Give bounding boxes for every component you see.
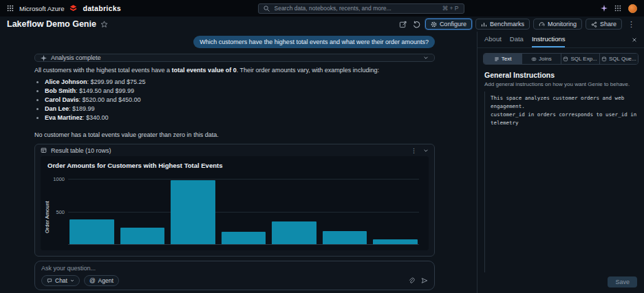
search-input[interactable] xyxy=(273,4,439,12)
answer-intro-prefix: All customers with the highest total eve… xyxy=(34,67,172,74)
y-tick-500: 500 xyxy=(56,209,65,215)
configure-tabs: About Data Instructions xyxy=(477,32,644,48)
brand-name[interactable]: databricks xyxy=(83,4,121,12)
sparkle-icon xyxy=(41,55,47,61)
topbar-right xyxy=(601,4,637,13)
customer-name: Alice Johnson xyxy=(45,78,87,85)
answer-bullet: Eva Martinez: $340.00 xyxy=(45,114,435,122)
result-table-panel: Result table (10 rows) ⋮ Order Amounts f… xyxy=(34,144,435,257)
tab-data[interactable]: Data xyxy=(510,32,524,47)
chart-bar xyxy=(373,239,418,244)
analysis-status-label: Analysis complete xyxy=(51,54,101,61)
ask-actions xyxy=(408,277,428,284)
segment-text[interactable]: Text xyxy=(484,54,522,64)
configure-button[interactable]: Configure xyxy=(425,19,472,30)
order-amounts: : $340.00 xyxy=(83,114,109,121)
database-icon xyxy=(601,56,607,62)
result-table-label: Result table (10 rows) xyxy=(51,147,111,154)
gear-icon xyxy=(431,21,437,28)
text-lines-icon xyxy=(494,56,500,62)
agent-button[interactable]: @ Agent xyxy=(84,275,119,286)
segment-joins[interactable]: Joins xyxy=(522,54,561,64)
result-kebab-icon[interactable]: ⋮ xyxy=(411,147,417,154)
conversation-pane: Which customers have the highest total e… xyxy=(0,32,477,293)
global-search[interactable]: ⌘ + P xyxy=(258,3,464,14)
attachment-paperclip-icon[interactable] xyxy=(408,277,415,284)
chart-plot-area: 1000 500 xyxy=(68,173,419,245)
user-question-bubble: Which customers have the highest total e… xyxy=(193,36,435,48)
segment-text-label: Text xyxy=(502,56,512,62)
order-amounts: : $149.50 and $99.99 xyxy=(76,87,134,94)
monitoring-button[interactable]: Monitoring xyxy=(533,19,582,30)
chevron-down-icon[interactable] xyxy=(423,55,429,61)
answer-bullet: Dan Lee: $189.99 xyxy=(45,105,435,113)
analysis-status-bar[interactable]: Analysis complete xyxy=(34,54,435,62)
chart-bar xyxy=(272,221,316,244)
databricks-logo-icon xyxy=(69,5,77,12)
page-header: Lakeflow Demo Genie Configure Benchmarks xyxy=(0,17,644,32)
header-actions: Configure Benchmarks Monitoring Share ⋮ xyxy=(398,19,637,30)
chart-bar xyxy=(120,228,165,244)
segment-joins-label: Joins xyxy=(539,56,552,62)
gridline xyxy=(68,179,419,180)
chat-mode-button[interactable]: Chat xyxy=(41,275,80,286)
table-icon xyxy=(41,147,47,153)
chat-mode-label: Chat xyxy=(55,277,67,284)
export-icon[interactable] xyxy=(398,19,408,30)
kebab-menu-icon[interactable]: ⋮ xyxy=(625,20,637,29)
assistant-sparkle-icon[interactable] xyxy=(601,5,608,12)
segment-sql-exp-label: SQL Exp... xyxy=(570,56,597,62)
ask-question-box[interactable]: Chat @ Agent xyxy=(34,261,435,290)
close-icon[interactable] xyxy=(632,37,637,43)
ask-question-input[interactable] xyxy=(41,265,428,272)
monitoring-gauge-icon xyxy=(539,21,545,28)
order-amounts: : $299.99 and $75.25 xyxy=(87,78,146,85)
avatar[interactable] xyxy=(628,4,637,13)
answer-bullet: Carol Davis: $520.00 and $450.00 xyxy=(45,96,435,104)
favorite-star-icon[interactable] xyxy=(100,21,108,28)
search-shortcut: ⌘ + P xyxy=(442,5,459,12)
send-icon[interactable] xyxy=(421,277,428,284)
save-bar: Save xyxy=(477,276,644,293)
order-amounts: : $520.00 and $450.00 xyxy=(79,96,141,103)
tab-about[interactable]: About xyxy=(484,32,502,47)
benchmarks-button[interactable]: Benchmarks xyxy=(475,19,530,30)
y-tick-1000: 1000 xyxy=(53,176,65,182)
chat-bubble-icon xyxy=(47,278,52,283)
segment-sql-queries[interactable]: SQL Que... xyxy=(600,54,638,64)
apps-grid-icon[interactable] xyxy=(614,5,621,12)
answer-intro: All customers with the highest total eve… xyxy=(34,66,435,75)
ask-toolbar: Chat @ Agent xyxy=(41,275,428,286)
result-table-header[interactable]: Result table (10 rows) ⋮ xyxy=(35,144,434,156)
database-icon xyxy=(563,56,568,62)
chart-bar xyxy=(222,232,266,244)
answer-bullet: Alice Johnson: $299.99 and $75.25 xyxy=(45,78,435,86)
result-chevron-down-icon[interactable] xyxy=(423,148,429,153)
chevron-down-icon xyxy=(70,279,74,283)
answer-conclusion: No customer has a total events value gre… xyxy=(34,131,435,138)
chart-y-axis-label: Order Amount xyxy=(44,201,50,233)
accuracy-disclaimer: Always review the accuracy of responses. xyxy=(34,290,435,293)
save-button[interactable]: Save xyxy=(608,276,637,287)
chart-title: Order Amounts for Customers with Highest… xyxy=(47,162,422,169)
segment-sql-que-label: SQL Que... xyxy=(609,56,636,62)
chart-bar xyxy=(69,219,114,244)
segment-sql-expressions[interactable]: SQL Exp... xyxy=(561,54,600,64)
instructions-textarea[interactable]: This space analyzes customer orders and … xyxy=(484,91,637,272)
topbar: Microsoft Azure databricks ⌘ + P xyxy=(0,0,644,17)
general-instructions-subtext: Add general instructions on how you want… xyxy=(484,81,637,87)
benchmarks-label: Benchmarks xyxy=(490,21,524,28)
instruction-type-segments: Text Joins SQL Exp... SQL Que... xyxy=(483,53,638,65)
customer-name: Carol Davis xyxy=(45,96,79,103)
history-icon[interactable] xyxy=(411,19,422,30)
chart-bars xyxy=(69,180,418,244)
benchmarks-icon xyxy=(481,21,487,28)
customer-name: Bob Smith xyxy=(45,87,76,94)
search-icon xyxy=(264,6,270,12)
waffle-menu-icon[interactable] xyxy=(7,5,14,12)
configure-label: Configure xyxy=(440,21,466,28)
share-button[interactable]: Share xyxy=(586,19,622,30)
tab-instructions[interactable]: Instructions xyxy=(532,32,566,47)
monitoring-label: Monitoring xyxy=(548,21,577,28)
general-instructions-heading: General Instructions xyxy=(484,71,637,79)
